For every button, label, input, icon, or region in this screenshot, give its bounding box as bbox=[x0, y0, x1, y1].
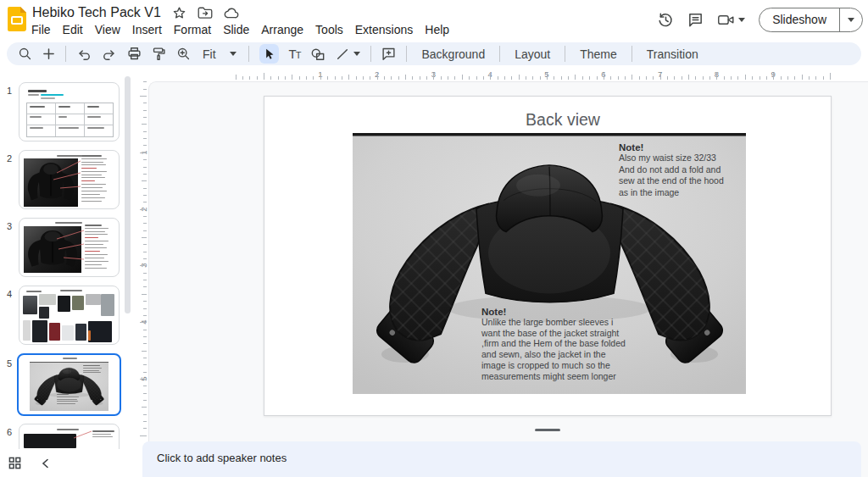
horizontal-ruler: 1 2 3 4 5 6 7 8 9 bbox=[138, 69, 868, 81]
slide-number-5: 5 bbox=[3, 358, 16, 369]
slides-logo-icon[interactable] bbox=[8, 7, 26, 31]
slide-title-textbox[interactable]: Back view bbox=[366, 110, 760, 130]
filmstrip-bottom-bar bbox=[0, 449, 138, 477]
layout-button[interactable]: Layout bbox=[510, 47, 554, 61]
textbox-tool-button[interactable]: TT bbox=[289, 47, 301, 61]
toolbar-separator bbox=[248, 46, 249, 62]
menu-help[interactable]: Help bbox=[419, 23, 455, 36]
toolbar: Fit TT Background Layout Theme Transitio… bbox=[7, 42, 861, 65]
slide-editor[interactable]: Back view Note! Also my waist size 32/33… bbox=[264, 96, 832, 416]
transition-button[interactable]: Transition bbox=[643, 47, 703, 61]
select-tool-button[interactable] bbox=[259, 44, 279, 64]
camera-caret-icon[interactable] bbox=[738, 18, 745, 22]
toolbar-separator bbox=[65, 46, 66, 62]
meet-call-button[interactable] bbox=[717, 13, 745, 27]
slide-thumbnail-2[interactable] bbox=[19, 150, 120, 209]
line-icon bbox=[336, 47, 349, 61]
slideshow-split-button: Slideshow bbox=[759, 8, 863, 32]
menubar: File Edit View Insert Format Slide Arran… bbox=[25, 21, 455, 37]
star-icon[interactable] bbox=[172, 6, 186, 20]
grid-view-icon[interactable] bbox=[8, 457, 21, 469]
note-textbox-bottom[interactable]: Note! Unlike the large bomber sleeves i … bbox=[481, 307, 636, 381]
toolbar-separator bbox=[370, 46, 371, 62]
slide-number-3: 3 bbox=[3, 221, 16, 231]
speaker-notes-placeholder: Click to add speaker notes bbox=[157, 452, 287, 464]
speaker-notes-panel[interactable]: Click to add speaker notes bbox=[142, 441, 861, 477]
toolbar-separator bbox=[406, 46, 407, 62]
zoom-in-icon[interactable] bbox=[176, 47, 191, 61]
redo-icon[interactable] bbox=[102, 47, 117, 61]
thumbnail-list: 1 bbox=[0, 69, 138, 449]
slideshow-dropdown-button[interactable] bbox=[839, 8, 862, 31]
slide-number-4: 4 bbox=[3, 289, 16, 299]
line-tool-button[interactable] bbox=[336, 47, 360, 61]
theme-button[interactable]: Theme bbox=[576, 47, 621, 61]
slide-thumbnail-6[interactable] bbox=[19, 424, 120, 449]
slide-number-6: 6 bbox=[3, 427, 16, 437]
toolbar-separator bbox=[565, 46, 565, 62]
vertical-ruler: 1 2 3 4 5 bbox=[138, 69, 148, 477]
jacket-back-image[interactable]: Note! Also my waist size 32/33 And do no… bbox=[353, 133, 746, 394]
cloud-saved-icon[interactable] bbox=[224, 7, 240, 19]
note-body: Also my waist size 32/33 And do not add … bbox=[619, 153, 748, 198]
menu-view[interactable]: View bbox=[89, 23, 126, 36]
filmstrip-scrollbar[interactable] bbox=[125, 76, 131, 313]
undo-icon[interactable] bbox=[76, 47, 92, 61]
menu-insert[interactable]: Insert bbox=[126, 23, 168, 36]
zoom-caret-icon bbox=[230, 52, 236, 56]
note-textbox-top[interactable]: Note! Also my waist size 32/33 And do no… bbox=[619, 142, 748, 198]
cursor-arrow-icon bbox=[263, 47, 275, 60]
toolbar-separator bbox=[632, 46, 632, 62]
slide-thumbnail-1[interactable] bbox=[19, 82, 120, 141]
slide-number-2: 2 bbox=[3, 153, 16, 164]
toolbar-separator bbox=[499, 46, 500, 62]
menu-extensions[interactable]: Extensions bbox=[349, 23, 419, 36]
document-title[interactable]: Hebiko Tech Pack V1 bbox=[32, 5, 161, 20]
comments-icon[interactable] bbox=[687, 12, 704, 28]
menu-edit[interactable]: Edit bbox=[57, 23, 89, 36]
menu-slide[interactable]: Slide bbox=[217, 23, 255, 36]
note-heading: Note! bbox=[481, 307, 636, 317]
filmstrip: 1 bbox=[0, 69, 138, 477]
video-camera-icon bbox=[717, 13, 735, 27]
paint-format-icon[interactable] bbox=[152, 47, 166, 61]
menu-file[interactable]: File bbox=[25, 23, 57, 36]
print-icon[interactable] bbox=[127, 47, 142, 61]
collapse-filmstrip-icon[interactable] bbox=[42, 458, 49, 469]
insert-comment-icon[interactable] bbox=[381, 47, 396, 61]
version-history-icon[interactable] bbox=[658, 12, 674, 28]
search-icon[interactable] bbox=[18, 47, 32, 61]
slide-number-1: 1 bbox=[3, 86, 16, 96]
menu-tools[interactable]: Tools bbox=[309, 23, 349, 36]
slide-thumbnail-3[interactable] bbox=[19, 218, 120, 277]
google-slides-window: Hebiko Tech Pack V1 File Edit View Inser… bbox=[0, 0, 868, 477]
notes-resize-handle[interactable] bbox=[535, 429, 560, 431]
note-body: Unlike the large bomber sleeves i want t… bbox=[481, 317, 636, 381]
note-heading: Note! bbox=[619, 142, 748, 153]
zoom-value: Fit bbox=[203, 47, 216, 61]
menu-arrange[interactable]: Arrange bbox=[255, 23, 309, 36]
slide-thumbnail-4[interactable] bbox=[19, 286, 120, 345]
slideshow-button[interactable]: Slideshow bbox=[760, 8, 839, 31]
menu-format[interactable]: Format bbox=[168, 23, 217, 36]
move-to-folder-icon[interactable] bbox=[198, 6, 213, 19]
header: Hebiko Tech Pack V1 File Edit View Inser… bbox=[0, 0, 868, 41]
zoom-select[interactable]: Fit bbox=[201, 47, 238, 61]
line-caret-icon bbox=[353, 52, 360, 56]
slide-thumbnail-5-selected[interactable] bbox=[17, 353, 121, 416]
background-button[interactable]: Background bbox=[417, 47, 489, 61]
canvas-area: 1 2 3 4 5 6 7 8 9 1 2 3 4 5 Back view No bbox=[138, 69, 868, 477]
add-slide-button[interactable] bbox=[42, 47, 55, 60]
shape-tool-button[interactable] bbox=[310, 47, 326, 61]
